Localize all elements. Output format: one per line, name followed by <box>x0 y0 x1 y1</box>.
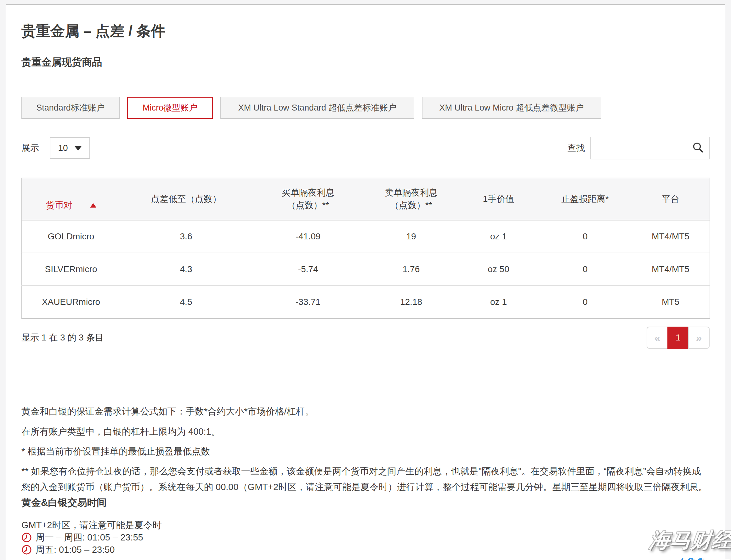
double-chevron-right-icon: » <box>696 332 702 344</box>
cell-spread: 3.6 <box>120 220 252 253</box>
table-header-row: 货币对 点差低至（点数） 买单隔夜利息 （点数）** 卖单隔夜利息 （点数）**… <box>22 178 710 220</box>
cell-platform: MT4/MT5 <box>631 253 710 286</box>
search-group: 查找 <box>567 137 710 159</box>
cell-lot-value: oz 1 <box>458 286 539 318</box>
page-title: 贵重金属 – 点差 / 条件 <box>21 21 710 41</box>
cell-symbol: GOLDmicro <box>22 220 120 253</box>
trading-hours-weekdays: 周一 – 周四: 01:05 – 23:55 <box>21 531 710 544</box>
cell-symbol: XAUEURmicro <box>22 286 120 318</box>
cell-swap-short: 1.76 <box>364 253 458 286</box>
cell-swap-long: -5.74 <box>252 253 364 286</box>
timezone-note: GMT+2时区，请注意可能是夏令时 <box>21 519 710 531</box>
cell-limit-stop-level: 0 <box>539 220 631 253</box>
table-row: XAUEURmicro 4.5 -33.71 12.18 oz 1 0 MT5 <box>22 286 710 318</box>
table-row: GOLDmicro 3.6 -41.09 19 oz 1 0 MT4/MT5 <box>22 220 710 253</box>
double-chevron-left-icon: « <box>654 332 660 344</box>
column-header-swap-short[interactable]: 卖单隔夜利息 （点数）** <box>364 178 458 220</box>
cell-symbol: SILVERmicro <box>22 253 120 286</box>
column-header-lot-value[interactable]: 1手价值 <box>458 178 539 220</box>
cell-lot-value: oz 1 <box>458 220 539 253</box>
limit-stop-footnote: * 根据当前市价设置挂单的最低止损盈最低点数 <box>21 443 710 459</box>
silver-leverage-note: 在所有账户类型中，白银的杠杆上限均为 400:1。 <box>21 424 710 439</box>
trading-hours-weekdays-label: 周一 – 周四: 01:05 – 23:55 <box>36 531 143 544</box>
clock-icon <box>21 545 32 555</box>
cell-spread: 4.3 <box>120 253 252 286</box>
tab-ultra-low-micro-account[interactable]: XM Ultra Low Micro 超低点差微型账户 <box>422 97 601 119</box>
pagination: « 1 » <box>647 327 710 349</box>
cell-platform: MT4/MT5 <box>631 220 710 253</box>
column-header-spread[interactable]: 点差低至（点数） <box>120 178 252 220</box>
cell-swap-short: 12.18 <box>364 286 458 318</box>
cell-swap-short: 19 <box>364 220 458 253</box>
sort-ascending-icon <box>90 203 96 208</box>
cell-limit-stop-level: 0 <box>539 253 631 286</box>
pagination-next-button[interactable]: » <box>688 327 710 349</box>
cell-swap-long: -33.71 <box>252 286 364 318</box>
entries-info: 显示 1 在 3 的 3 条目 <box>21 332 104 344</box>
content-area: 贵重金属 – 点差 / 条件 贵重金属现货商品 Standard标准账户 Mic… <box>6 21 725 556</box>
tab-standard-account[interactable]: Standard标准账户 <box>21 97 120 119</box>
search-label: 查找 <box>567 142 585 154</box>
cell-swap-long: -41.09 <box>252 220 364 253</box>
tab-ultra-low-standard-account[interactable]: XM Ultra Low Standard 超低点差标准账户 <box>220 97 414 119</box>
cell-spread: 4.5 <box>120 286 252 318</box>
column-header-limit-stop-level[interactable]: 止盈损距离* <box>539 178 631 220</box>
page-size-select[interactable]: 10 <box>50 137 90 159</box>
table-footer: 显示 1 在 3 的 3 条目 « 1 » <box>21 327 710 349</box>
table-controls: 展示 10 查找 <box>21 137 710 159</box>
pagination-prev-button[interactable]: « <box>647 327 668 349</box>
content-panel: 贵重金属 – 点差 / 条件 贵重金属现货商品 Standard标准账户 Mic… <box>6 4 725 560</box>
page: 贵重金属 – 点差 / 条件 贵重金属现货商品 Standard标准账户 Mic… <box>0 0 731 560</box>
cell-lot-value: oz 50 <box>458 253 539 286</box>
cell-limit-stop-level: 0 <box>539 286 631 318</box>
search-icon <box>692 141 704 155</box>
trading-hours-friday-label: 周五: 01:05 – 23:50 <box>36 544 115 556</box>
page-size-value: 10 <box>58 143 68 153</box>
table-body: GOLDmicro 3.6 -41.09 19 oz 1 0 MT4/MT5 S… <box>22 220 710 318</box>
table-row: SILVERmicro 4.3 -5.74 1.76 oz 50 0 MT4/M… <box>22 253 710 286</box>
trading-hours-heading: 黄金&白银交易时间 <box>21 496 710 509</box>
instruments-table: 货币对 点差低至（点数） 买单隔夜利息 （点数）** 卖单隔夜利息 （点数）**… <box>21 178 710 319</box>
search-input[interactable] <box>591 137 709 159</box>
column-header-swap-long[interactable]: 买单隔夜利息 （点数）** <box>252 178 364 220</box>
page-subtitle: 贵重金属现货商品 <box>21 55 710 69</box>
search-box <box>590 137 710 159</box>
table-header: 货币对 点差低至（点数） 买单隔夜利息 （点数）** 卖单隔夜利息 （点数）**… <box>22 178 710 220</box>
clock-icon <box>21 532 32 543</box>
swap-footnote: ** 如果您有仓位持仓过夜的话，那么您会支付或者获取一些金额，该金额便是两个货币… <box>21 463 710 495</box>
margin-formula-note: 黄金和白银的保证金需求计算公式如下：手数*合约大小*市场价格/杠杆。 <box>21 403 710 419</box>
show-entries-label: 展示 <box>21 142 39 154</box>
account-type-tabs: Standard标准账户 Micro微型账户 XM Ultra Low Stan… <box>21 97 710 119</box>
cell-platform: MT5 <box>631 286 710 318</box>
pagination-page-1-button[interactable]: 1 <box>667 327 689 349</box>
column-header-symbol[interactable]: 货币对 <box>22 178 120 220</box>
column-header-symbol-label: 货币对 <box>46 199 72 212</box>
column-header-platform[interactable]: 平台 <box>631 178 710 220</box>
chevron-down-icon <box>74 146 82 151</box>
tab-micro-account[interactable]: Micro微型账户 <box>127 97 213 119</box>
trading-hours-friday: 周五: 01:05 – 23:50 <box>21 544 710 556</box>
